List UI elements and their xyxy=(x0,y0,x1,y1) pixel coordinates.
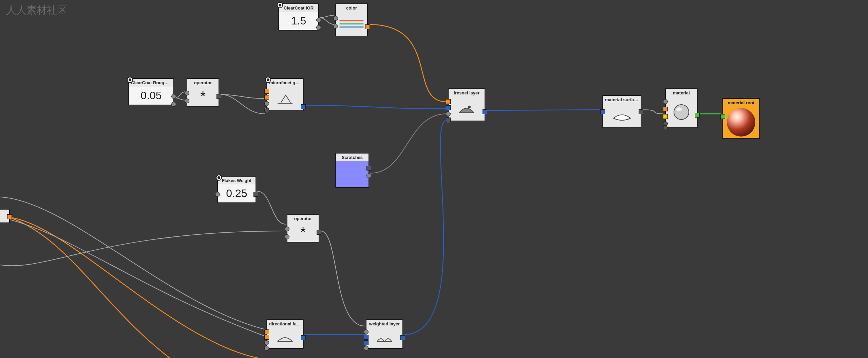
svg-point-2 xyxy=(676,107,682,111)
node-color[interactable]: color xyxy=(335,3,368,36)
operator-symbol: * xyxy=(287,222,319,242)
surface-icon xyxy=(603,104,641,127)
node-title: material xyxy=(666,89,697,97)
svg-point-0 xyxy=(468,106,471,108)
node-value[interactable]: 1.5 xyxy=(279,12,318,30)
node-title: material surface xyxy=(603,96,641,104)
node-graph-canvas[interactable]: 人人素材社区 ClearCoat IOR 1.5 color ClearCoat… xyxy=(0,0,868,358)
node-operator-2[interactable]: operator* * xyxy=(287,214,319,243)
node-material[interactable]: material xyxy=(665,88,698,128)
node-material-surface[interactable]: material surface xyxy=(602,95,641,128)
node-title: color xyxy=(336,4,367,12)
node-title: weighted layer xyxy=(366,320,402,328)
node-title: fresnel layer xyxy=(449,89,485,97)
node-weighted-layer[interactable]: weighted layer xyxy=(366,319,403,349)
node-clearcoat-roughness[interactable]: ClearCoat Roughn... 0.05 xyxy=(128,78,174,105)
operator-symbol: * xyxy=(187,87,219,106)
fresnel-icon xyxy=(449,97,485,121)
scratches-preview xyxy=(336,161,369,187)
node-title: Scratches xyxy=(336,154,369,161)
node-material-root[interactable]: material root xyxy=(722,98,760,139)
node-badge-icon xyxy=(127,77,133,83)
node-scratches[interactable]: Scratches xyxy=(335,153,369,188)
material-sphere-icon xyxy=(666,97,697,127)
node-flakes-weight[interactable]: Flakes Weight 0.25 xyxy=(217,176,256,203)
directional-icon xyxy=(267,328,303,348)
node-title: material root xyxy=(723,99,759,107)
microfacet-icon xyxy=(267,87,303,110)
node-title: ClearCoat IOR xyxy=(279,4,318,12)
node-fresnel-layer[interactable]: fresnel layer xyxy=(448,88,485,121)
node-value[interactable]: 0.25 xyxy=(218,184,256,202)
material-preview-sphere xyxy=(727,108,755,137)
node-badge-icon xyxy=(265,77,271,83)
connection-wires xyxy=(0,0,868,358)
node-title: microfacet ggx sm... xyxy=(267,79,303,87)
node-title: ClearCoat Roughn... xyxy=(129,79,173,87)
weighted-icon xyxy=(366,328,402,348)
node-directional-factor[interactable]: directional factor xyxy=(266,319,304,349)
node-operator-1[interactable]: operator* * xyxy=(187,78,219,107)
node-title: directional factor xyxy=(267,320,303,328)
watermark-text: 人人素材社区 xyxy=(6,3,67,17)
node-badge-icon xyxy=(277,2,283,8)
node-title: operator* xyxy=(187,79,219,87)
node-clearcoat-ior[interactable]: ClearCoat IOR 1.5 xyxy=(278,3,319,31)
node-title: Flakes Weight xyxy=(218,177,256,184)
offscreen-node[interactable] xyxy=(0,209,10,223)
node-value[interactable]: 0.05 xyxy=(129,87,173,105)
node-microfacet[interactable]: microfacet ggx sm... xyxy=(266,78,304,111)
svg-point-1 xyxy=(674,105,689,120)
color-preview xyxy=(336,12,367,36)
node-badge-icon xyxy=(216,175,222,181)
node-title: operator* xyxy=(287,215,319,222)
